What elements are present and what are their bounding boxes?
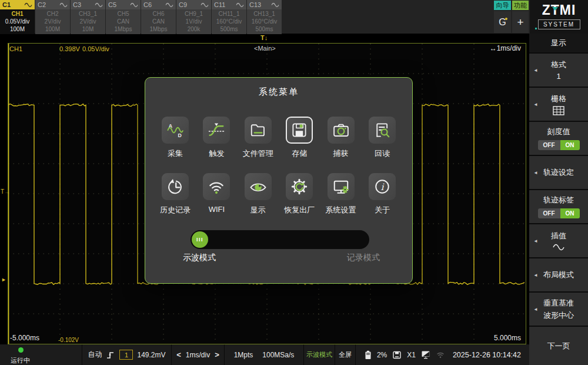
sidebar-item-format[interactable]: ◄ 格式 1 bbox=[529, 54, 588, 87]
scope-mode-label[interactable]: 示波模式 bbox=[183, 253, 216, 263]
mode-slider-knob[interactable]: III bbox=[192, 231, 208, 248]
sidebar-item-trace-settings[interactable]: ◄ 轨迹设定 bbox=[529, 156, 588, 189]
menu-item-wifi[interactable]: WIFI bbox=[203, 173, 230, 215]
history-icon bbox=[162, 173, 189, 200]
channel-tabs: C1 CH10.05V/div100M C2 CH22V/div100M C3 … bbox=[0, 0, 282, 34]
channel-tab-bar: C1 CH10.05V/div100M C2 CH22V/div100M C3 … bbox=[0, 0, 588, 34]
sine-icon bbox=[552, 243, 565, 251]
trigger-level-marker[interactable]: T→ bbox=[1, 188, 10, 195]
tab-ch5[interactable]: C5 CH5CAN1Mbps bbox=[106, 0, 141, 34]
trace-labels-toggle[interactable]: OFF ON bbox=[538, 208, 580, 218]
system-badge: SYSTEM bbox=[538, 19, 580, 29]
menu-item-history[interactable]: 历史记录 bbox=[162, 173, 189, 215]
run-status[interactable]: 运行中 bbox=[0, 344, 82, 365]
sine-icon bbox=[24, 2, 32, 8]
fullscreen-button[interactable]: 全屏 bbox=[335, 344, 356, 365]
chevron-left-icon: ◄ bbox=[533, 307, 538, 312]
x-axis-right-label: 5.000ms bbox=[468, 334, 521, 342]
timebase-readout: ↔1ms/div bbox=[465, 44, 521, 52]
menu-item-about[interactable]: i 关于 bbox=[369, 173, 396, 215]
reference-level-label: -0.102V bbox=[58, 337, 79, 343]
acquisition-status: 1Mpts 100MSa/s bbox=[225, 344, 304, 365]
menu-item-system-settings[interactable]: 系统设置 bbox=[328, 173, 355, 215]
tab-ch9[interactable]: C9 CH9_11V/div200k bbox=[176, 0, 211, 34]
sidebar-item-grid[interactable]: ◄ 栅格 bbox=[529, 88, 588, 121]
tab-ch13[interactable]: C13 CH13_1160°C/div500ms bbox=[247, 0, 282, 34]
readback-icon bbox=[369, 117, 396, 144]
wifi-icon bbox=[203, 173, 230, 200]
trigger-status[interactable]: 自动 1 149.2mV bbox=[82, 344, 172, 365]
ch1-ground-marker-icon[interactable]: ► bbox=[1, 277, 6, 283]
chevron-left-icon: ◄ bbox=[533, 273, 538, 278]
sidebar-item-layout-mode[interactable]: ◄ 布局模式 bbox=[529, 258, 588, 291]
sine-icon bbox=[59, 2, 68, 8]
tab-ch6[interactable]: C6 CH6CAN1Mbps bbox=[141, 0, 176, 34]
trigger-mode-label: 自动 bbox=[88, 350, 102, 360]
sidebar-item-scale-values[interactable]: 刻度值 OFF ON bbox=[529, 122, 588, 155]
svg-text:i: i bbox=[380, 182, 384, 193]
window-label: <Main> bbox=[254, 45, 276, 52]
record-mode-label[interactable]: 记录模式 bbox=[347, 253, 380, 263]
trigger-level-value: 149.2mV bbox=[137, 351, 165, 359]
tab-ch11[interactable]: C11 CH11_1160°C/div500ms bbox=[212, 0, 246, 34]
screen-mirror-icon[interactable] bbox=[421, 350, 430, 359]
trigger-source-badge[interactable]: 1 bbox=[119, 350, 133, 360]
sine-icon bbox=[165, 2, 173, 8]
sine-icon bbox=[271, 2, 279, 8]
sine-icon bbox=[201, 2, 209, 8]
chevron-left-icon: ◄ bbox=[533, 238, 538, 244]
chevron-left-icon[interactable]: < bbox=[176, 350, 181, 359]
system-menu-dialog: 系统菜单 A D 采集 触发 bbox=[145, 77, 413, 284]
channel-readout-scale: 0.05V/div bbox=[82, 45, 109, 52]
chevron-right-icon[interactable]: > bbox=[215, 350, 219, 359]
sidebar-item-vertical-reference[interactable]: ◄ 垂直基准 波形中心 bbox=[529, 293, 588, 326]
menu-item-capture[interactable]: 捕获 bbox=[328, 117, 355, 159]
chevron-left-icon: ◄ bbox=[533, 102, 538, 107]
svg-text:D: D bbox=[178, 132, 181, 138]
sine-icon bbox=[236, 2, 244, 8]
scale-values-toggle[interactable]: OFF ON bbox=[538, 140, 580, 150]
system-status-area: 2% X1 2025-12-26 10:14:42 bbox=[356, 344, 529, 365]
channel-readout-name: CH1 bbox=[9, 45, 22, 52]
menu-item-factory-reset[interactable]: 恢复出厂 bbox=[286, 173, 313, 215]
storage-icon bbox=[286, 117, 313, 144]
sidebar-item-interpolation[interactable]: ◄ 插值 bbox=[529, 224, 588, 257]
dialog-title: 系统菜单 bbox=[145, 87, 412, 98]
usb-multiplier: X1 bbox=[407, 351, 416, 359]
tab-ch3[interactable]: C3 CH3_12V/div10M bbox=[71, 0, 105, 34]
sidebar-item-next-page[interactable]: 下一页 bbox=[529, 327, 588, 365]
menu-item-acquire[interactable]: A D 采集 bbox=[162, 117, 189, 159]
chevron-left-icon: ◄ bbox=[533, 170, 538, 175]
chevron-left-icon: ◄ bbox=[533, 68, 538, 73]
battery-icon bbox=[365, 350, 372, 360]
tab-ch2[interactable]: C2 CH22V/div100M bbox=[35, 0, 70, 34]
trigger-icon bbox=[203, 117, 230, 144]
x-axis-left-label: -5.000ms bbox=[10, 334, 39, 342]
menu-item-storage[interactable]: 存储 bbox=[286, 117, 313, 159]
timebase-control[interactable]: < 1ms/div > bbox=[172, 344, 225, 365]
rising-edge-icon bbox=[106, 350, 115, 360]
menu-item-readback[interactable]: 回读 bbox=[369, 117, 396, 159]
menu-item-display[interactable]: 显示 bbox=[245, 173, 272, 215]
trigger-position-marker[interactable]: T↓ bbox=[260, 34, 268, 41]
menu-item-trigger[interactable]: 触发 bbox=[203, 117, 230, 159]
logo-text: ZTMI bbox=[530, 2, 588, 18]
wifi-status-icon bbox=[436, 351, 445, 359]
wizard-button[interactable]: 向导 bbox=[494, 1, 511, 10]
sidebar-item-trace-labels[interactable]: 轨迹标签 OFF ON bbox=[529, 190, 588, 223]
brand-logo: ZTMI SYSTEM bbox=[530, 0, 588, 34]
mode-slider[interactable]: III bbox=[191, 230, 369, 249]
display-settings-sidebar: 显示 ◄ 格式 1 ◄ 栅格 刻度值 OFF ON ◄ 轨迹设定 轨迹标签 bbox=[529, 34, 588, 365]
function-button[interactable]: 功能 bbox=[512, 1, 529, 10]
tab-ch1[interactable]: C1 CH10.05V/div100M bbox=[0, 0, 35, 34]
scope-mode-indicator[interactable]: 示波模式 bbox=[304, 344, 335, 365]
about-icon: i bbox=[369, 173, 396, 200]
factory-reset-icon bbox=[286, 173, 313, 200]
sine-icon bbox=[130, 2, 138, 8]
timebase-value: 1ms/div bbox=[186, 351, 210, 359]
g-shortcut-button[interactable]: G bbox=[494, 11, 511, 33]
menu-item-file-manager[interactable]: 文件管理 bbox=[245, 117, 272, 159]
run-indicator-icon bbox=[18, 347, 24, 353]
channel-readout-voltage: 0.398V bbox=[59, 45, 80, 52]
add-button[interactable]: + bbox=[512, 11, 529, 33]
